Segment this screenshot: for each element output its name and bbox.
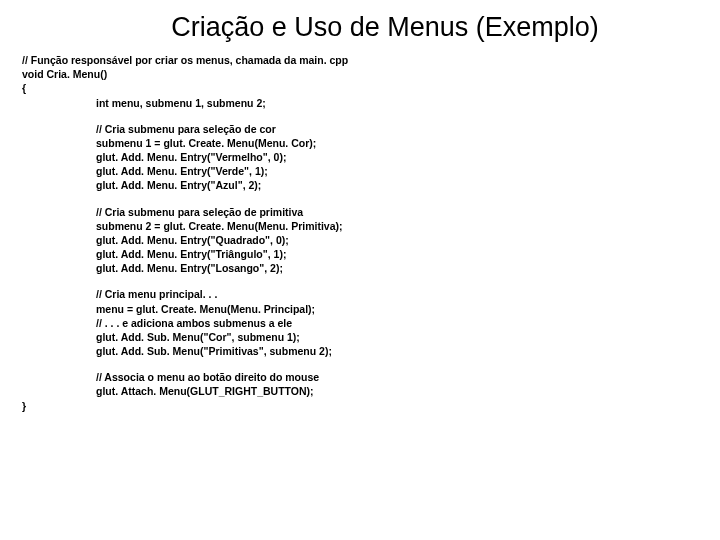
code-line: glut. Add. Menu. Entry("Losango", 2); [22, 261, 698, 275]
code-line: // . . . e adiciona ambos submenus a ele [22, 316, 698, 330]
code-line: glut. Add. Menu. Entry("Azul", 2); [22, 178, 698, 192]
code-line: // Cria menu principal. . . [22, 287, 698, 301]
code-line: glut. Attach. Menu(GLUT_RIGHT_BUTTON); [22, 384, 698, 398]
code-line: glut. Add. Sub. Menu("Primitivas", subme… [22, 344, 698, 358]
code-line: } [22, 399, 698, 413]
code-line: glut. Add. Menu. Entry("Quadrado", 0); [22, 233, 698, 247]
code-line: menu = glut. Create. Menu(Menu. Principa… [22, 302, 698, 316]
code-line: void Cria. Menu() [22, 67, 698, 81]
code-line: submenu 1 = glut. Create. Menu(Menu. Cor… [22, 136, 698, 150]
code-line: submenu 2 = glut. Create. Menu(Menu. Pri… [22, 219, 698, 233]
code-line: glut. Add. Menu. Entry("Triângulo", 1); [22, 247, 698, 261]
code-block: // Função responsável por criar os menus… [22, 53, 698, 413]
code-line: // Cria submenu para seleção de primitiv… [22, 205, 698, 219]
code-line: // Função responsável por criar os menus… [22, 53, 698, 67]
code-line: // Associa o menu ao botão direito do mo… [22, 370, 698, 384]
code-line: // Cria submenu para seleção de cor [22, 122, 698, 136]
code-line: int menu, submenu 1, submenu 2; [22, 96, 698, 110]
code-line: glut. Add. Menu. Entry("Vermelho", 0); [22, 150, 698, 164]
slide-title: Criação e Uso de Menus (Exemplo) [72, 12, 698, 43]
code-line: { [22, 81, 698, 95]
code-line: glut. Add. Menu. Entry("Verde", 1); [22, 164, 698, 178]
code-line: glut. Add. Sub. Menu("Cor", submenu 1); [22, 330, 698, 344]
